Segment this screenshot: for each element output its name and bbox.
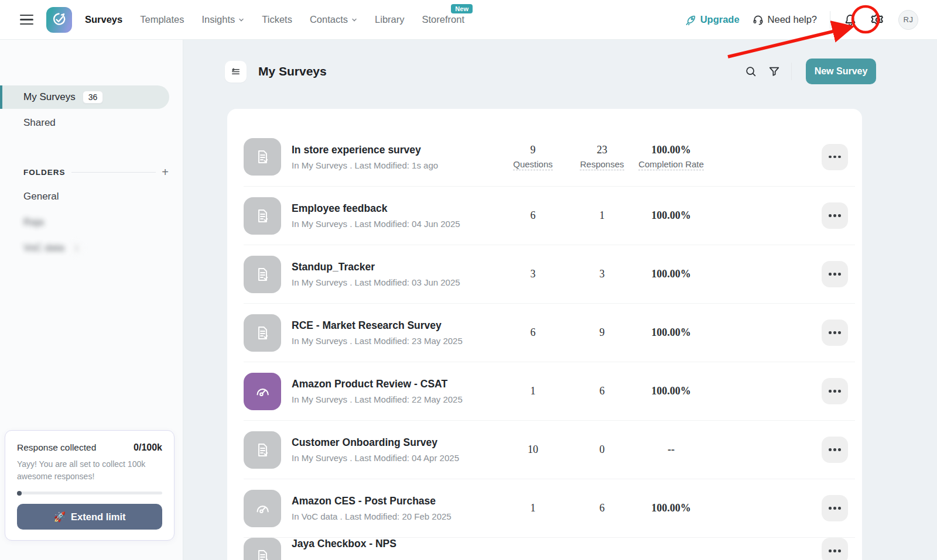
document-check-icon bbox=[253, 324, 272, 342]
completion-stat: 100.00% bbox=[637, 385, 706, 397]
completion-stat: 100.00% bbox=[637, 502, 706, 514]
survey-meta: In My Surveys . Last Modified: 22 May 20… bbox=[292, 394, 498, 404]
survey-row[interactable]: Amazon Product Review - CSAT In My Surve… bbox=[244, 362, 855, 420]
row-menu-button[interactable] bbox=[822, 261, 848, 287]
survey-list-panel: In store experience survey In My Surveys… bbox=[227, 109, 862, 560]
app-logo[interactable] bbox=[46, 7, 72, 33]
survey-type-icon bbox=[244, 197, 281, 235]
main-content: My Surveys New Survey bbox=[183, 40, 937, 560]
survey-meta: In My Surveys . Last Modified: 03 Jun 20… bbox=[292, 277, 498, 287]
folders-header: FOLDERS bbox=[23, 168, 66, 177]
questions-count: 3 bbox=[531, 268, 536, 280]
survey-title[interactable]: Jaya Checkbox - NPS bbox=[292, 538, 498, 550]
row-menu-button[interactable] bbox=[822, 437, 848, 463]
responses-count: 6 bbox=[600, 502, 605, 514]
need-help-label: Need help? bbox=[768, 14, 817, 25]
survey-meta: In My Surveys . Last Modified: 1s ago bbox=[292, 160, 498, 170]
survey-type-icon bbox=[244, 538, 281, 560]
completion-rate: 100.00% bbox=[651, 268, 691, 280]
collapse-sidebar-button[interactable] bbox=[225, 61, 247, 83]
nav-item-contacts[interactable]: Contacts bbox=[310, 14, 357, 25]
avatar-initials: RJ bbox=[904, 15, 914, 24]
usage-progress-bar bbox=[17, 492, 162, 494]
row-menu-button[interactable] bbox=[822, 202, 848, 229]
folder-item-blurred-1[interactable]: Raja bbox=[0, 209, 183, 235]
survey-row[interactable]: In store experience survey In My Surveys… bbox=[244, 128, 855, 186]
nav-item-library[interactable]: Library bbox=[375, 14, 404, 25]
survey-row[interactable]: Customer Onboarding Survey In My Surveys… bbox=[244, 420, 855, 479]
chevron-down-icon bbox=[351, 17, 357, 23]
survey-row[interactable]: RCE - Market Research Survey In My Surve… bbox=[244, 303, 855, 362]
row-menu-button[interactable] bbox=[822, 378, 848, 404]
nav-item-label: Library bbox=[375, 14, 404, 25]
completion-stat: 100.00% bbox=[637, 268, 706, 280]
questions-stat: 1 bbox=[498, 502, 567, 514]
document-check-icon bbox=[253, 265, 272, 284]
row-menu-button[interactable] bbox=[822, 538, 848, 560]
row-menu-button[interactable] bbox=[822, 319, 848, 346]
hamburger-menu-icon[interactable] bbox=[20, 15, 33, 25]
nav-item-insights[interactable]: Insights bbox=[201, 14, 244, 25]
extend-limit-button[interactable]: 🚀 Extend limit bbox=[17, 504, 162, 530]
usage-value: 0/100k bbox=[134, 442, 162, 453]
sidebar-item-shared[interactable]: Shared bbox=[0, 111, 183, 135]
upgrade-button[interactable]: Upgrade bbox=[685, 14, 740, 25]
nav-item-tickets[interactable]: Tickets bbox=[262, 14, 292, 25]
responses-stat: 3 bbox=[567, 268, 637, 280]
questions-stat: 9 Questions bbox=[498, 144, 567, 170]
nav-item-label: Tickets bbox=[262, 14, 292, 25]
row-menu-button[interactable] bbox=[822, 144, 848, 170]
rocket-emoji-icon: 🚀 bbox=[53, 511, 66, 523]
responses-stat: 6 bbox=[567, 502, 637, 514]
survey-title[interactable]: Standup_Tracker bbox=[292, 261, 498, 273]
responses-count: 6 bbox=[600, 385, 605, 397]
topbar-divider bbox=[830, 11, 830, 29]
add-folder-button[interactable]: + bbox=[162, 166, 169, 178]
questions-count: 6 bbox=[531, 209, 536, 222]
settings-gear-button[interactable] bbox=[870, 12, 885, 28]
sidebar-item-my-surveys[interactable]: My Surveys 36 bbox=[0, 85, 169, 109]
survey-title[interactable]: Amazon CES - Post Purchase bbox=[292, 495, 498, 507]
filter-funnel-icon bbox=[768, 65, 781, 78]
survey-row[interactable]: Standup_Tracker In My Surveys . Last Mod… bbox=[244, 245, 855, 303]
survey-row[interactable]: Jaya Checkbox - NPS bbox=[244, 537, 855, 560]
questions-stat: 10 bbox=[498, 444, 567, 456]
survey-title[interactable]: In store experience survey bbox=[292, 144, 498, 156]
survey-type-icon bbox=[244, 138, 281, 176]
bird-check-logo-icon bbox=[51, 12, 67, 28]
questions-count: 6 bbox=[531, 327, 536, 339]
nav-item-templates[interactable]: Templates bbox=[140, 14, 184, 25]
survey-title[interactable]: Amazon Product Review - CSAT bbox=[292, 378, 498, 390]
survey-type-icon bbox=[244, 314, 281, 352]
document-check-icon bbox=[253, 147, 272, 166]
nav-item-storefront[interactable]: Storefront New bbox=[422, 14, 464, 25]
survey-row[interactable]: Amazon CES - Post Purchase In VoC data .… bbox=[244, 479, 855, 537]
gauge-icon bbox=[252, 499, 272, 518]
need-help-button[interactable]: Need help? bbox=[753, 14, 817, 25]
folder-item-blurred-2[interactable]: VoC data 1 bbox=[0, 235, 183, 261]
user-avatar[interactable]: RJ bbox=[898, 10, 918, 30]
questions-count: 1 bbox=[531, 502, 536, 514]
responses-stat: 6 bbox=[567, 385, 637, 397]
sidebar-item-label: Shared bbox=[23, 117, 56, 129]
survey-type-icon bbox=[244, 373, 281, 410]
survey-title[interactable]: RCE - Market Research Survey bbox=[292, 319, 498, 332]
completion-rate: 100.00% bbox=[651, 209, 691, 222]
folder-item-general[interactable]: General bbox=[0, 184, 183, 209]
notifications-bell-button[interactable] bbox=[843, 13, 857, 27]
completion-stat: -- bbox=[637, 444, 706, 456]
row-menu-button[interactable] bbox=[822, 495, 848, 521]
usage-title: Response collected bbox=[17, 442, 96, 453]
nav-item-surveys[interactable]: Surveys bbox=[85, 14, 122, 25]
chevron-down-icon bbox=[238, 17, 244, 23]
new-survey-button[interactable]: New Survey bbox=[806, 59, 876, 84]
filter-button[interactable] bbox=[768, 65, 781, 78]
collapse-list-icon bbox=[230, 66, 241, 77]
nav-item-label: Contacts bbox=[310, 14, 348, 25]
survey-row[interactable]: Employee feedback In My Surveys . Last M… bbox=[244, 186, 855, 245]
search-button[interactable] bbox=[744, 65, 757, 78]
survey-title[interactable]: Employee feedback bbox=[292, 202, 498, 215]
survey-meta: In My Surveys . Last Modified: 04 Apr 20… bbox=[292, 453, 498, 463]
rocket-icon bbox=[685, 14, 696, 25]
survey-title[interactable]: Customer Onboarding Survey bbox=[292, 437, 498, 449]
